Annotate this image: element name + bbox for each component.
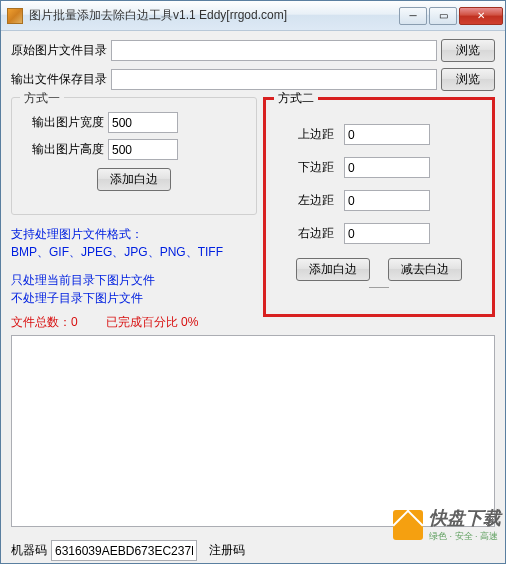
method2-column: 方式二 上边距 下边距 左边距 右边距 <box>263 97 495 317</box>
method1-title: 方式一 <box>20 90 64 107</box>
watermark-tagline: 绿色 · 安全 · 高速 <box>429 530 501 543</box>
app-icon <box>7 8 23 24</box>
method1-column: 方式一 输出图片宽度 输出图片高度 添加白边 支持处理图片文件格式： <box>11 97 257 331</box>
method1-button-row: 添加白边 <box>22 168 246 191</box>
window-title: 图片批量添加去除白边工具v1.1 Eddy[rrgod.com] <box>29 7 399 24</box>
watermark-text: 快盘下载 绿色 · 安全 · 高速 <box>429 506 501 543</box>
file-count-value: 0 <box>71 315 78 329</box>
top-margin-label: 上边距 <box>280 126 344 143</box>
method1-add-button[interactable]: 添加白边 <box>97 168 171 191</box>
method2-title: 方式二 <box>274 90 318 107</box>
progress-label: 已完成百分比 <box>106 315 178 329</box>
file-count: 文件总数：0 <box>11 313 78 331</box>
output-dir-label: 输出文件保存目录 <box>11 71 107 88</box>
output-dir-row: 输出文件保存目录 浏览 <box>11 68 495 91</box>
method2-remove-button[interactable]: 减去白边 <box>388 258 462 281</box>
progress-value: 0% <box>181 315 198 329</box>
progress: 已完成百分比 0% <box>106 313 199 331</box>
minimize-button[interactable]: ─ <box>399 7 427 25</box>
width-input[interactable] <box>108 112 178 133</box>
source-dir-label: 原始图片文件目录 <box>11 42 107 59</box>
width-row: 输出图片宽度 <box>22 112 246 133</box>
close-button[interactable]: ✕ <box>459 7 503 25</box>
bottom-margin-input[interactable] <box>344 157 430 178</box>
top-margin-row: 上边距 <box>280 124 478 145</box>
source-dir-row: 原始图片文件目录 浏览 <box>11 39 495 62</box>
machine-code-label: 机器码 <box>11 542 47 559</box>
bottom-margin-label: 下边距 <box>280 159 344 176</box>
watermark-logo-icon <box>393 510 423 540</box>
left-margin-row: 左边距 <box>280 190 478 211</box>
height-row: 输出图片高度 <box>22 139 246 160</box>
method2-group: 方式二 上边距 下边距 左边距 右边距 <box>263 97 495 317</box>
source-dir-input[interactable] <box>111 40 437 61</box>
watermark: 快盘下载 绿色 · 安全 · 高速 <box>393 506 501 543</box>
stats-row: 文件总数：0 已完成百分比 0% <box>11 313 257 331</box>
note1: 只处理当前目录下图片文件 <box>11 271 257 289</box>
height-label: 输出图片高度 <box>22 141 108 158</box>
reg-code-label: 注册码 <box>209 542 245 559</box>
machine-code-row: 机器码 注册码 <box>11 540 495 561</box>
method1-group: 方式一 输出图片宽度 输出图片高度 添加白边 <box>11 97 257 215</box>
method2-add-button[interactable]: 添加白边 <box>296 258 370 281</box>
divider-icon <box>369 287 389 288</box>
method2-buttons: 添加白边 减去白边 <box>280 258 478 281</box>
right-margin-row: 右边距 <box>280 223 478 244</box>
machine-code-input[interactable] <box>51 540 197 561</box>
titlebar: 图片批量添加去除白边工具v1.1 Eddy[rrgod.com] ─ ▭ ✕ <box>1 1 505 31</box>
left-margin-input[interactable] <box>344 190 430 211</box>
output-dir-input[interactable] <box>111 69 437 90</box>
maximize-button[interactable]: ▭ <box>429 7 457 25</box>
bottom-margin-row: 下边距 <box>280 157 478 178</box>
log-textarea[interactable] <box>11 335 495 527</box>
window-controls: ─ ▭ ✕ <box>399 7 503 25</box>
left-margin-label: 左边距 <box>280 192 344 209</box>
top-margin-input[interactable] <box>344 124 430 145</box>
file-count-label: 文件总数： <box>11 315 71 329</box>
note2: 不处理子目录下图片文件 <box>11 289 257 307</box>
output-browse-button[interactable]: 浏览 <box>441 68 495 91</box>
height-input[interactable] <box>108 139 178 160</box>
formats-value: BMP、GIF、JPEG、JPG、PNG、TIFF <box>11 243 257 261</box>
methods-container: 方式一 输出图片宽度 输出图片高度 添加白边 支持处理图片文件格式： <box>11 97 495 331</box>
formats-label: 支持处理图片文件格式： <box>11 225 257 243</box>
width-label: 输出图片宽度 <box>22 114 108 131</box>
right-margin-label: 右边距 <box>280 225 344 242</box>
register-section: 机器码 注册码 注册说明： 注册费用59元/套，一次注册，免费升级，永久使 <box>11 540 495 564</box>
window-body: 原始图片文件目录 浏览 输出文件保存目录 浏览 方式一 输出图片宽度 <box>1 31 505 564</box>
app-window: 图片批量添加去除白边工具v1.1 Eddy[rrgod.com] ─ ▭ ✕ 原… <box>0 0 506 564</box>
right-margin-input[interactable] <box>344 223 430 244</box>
info-block: 支持处理图片文件格式： BMP、GIF、JPEG、JPG、PNG、TIFF 只处… <box>11 225 257 331</box>
source-browse-button[interactable]: 浏览 <box>441 39 495 62</box>
watermark-brand: 快盘下载 <box>429 506 501 530</box>
